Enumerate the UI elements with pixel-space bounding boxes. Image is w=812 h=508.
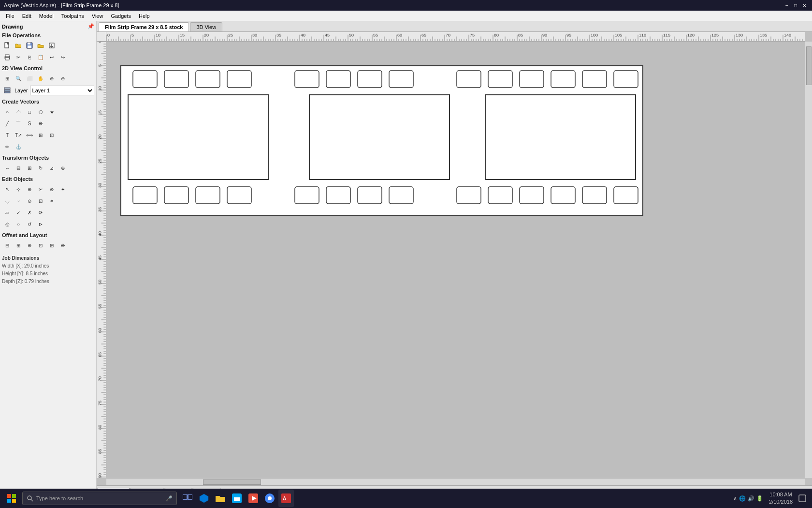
analyze-tool[interactable]: ⊳ xyxy=(35,219,46,229)
offset-sel-btn[interactable]: ⊞ xyxy=(13,240,24,251)
media-button[interactable] xyxy=(246,490,261,507)
complex-tool[interactable]: ❋ xyxy=(35,118,46,129)
dimension-tool[interactable]: ⟺ xyxy=(24,130,35,140)
menu-edit[interactable]: Edit xyxy=(18,12,35,20)
panel-pin-icon[interactable]: 📌 xyxy=(87,23,94,30)
open-folder-btn[interactable] xyxy=(35,40,46,51)
nesting-btn[interactable]: ❋ xyxy=(58,240,68,251)
taskview-button[interactable] xyxy=(180,490,195,507)
zoom-btn[interactable]: 🔍 xyxy=(13,73,24,84)
microphone-icon[interactable]: 🎤 xyxy=(166,495,173,502)
scrollbar-v[interactable] xyxy=(805,42,812,478)
dogbone-tool[interactable]: ⊙ xyxy=(24,195,35,206)
scrollbar-h[interactable] xyxy=(106,478,805,485)
pan-btn[interactable]: ✋ xyxy=(35,73,46,84)
menu-help[interactable]: Help xyxy=(135,12,154,20)
table-tool[interactable]: ⊞ xyxy=(35,130,46,140)
print-btn[interactable] xyxy=(2,52,13,62)
star-tool[interactable]: ★ xyxy=(46,106,57,117)
scrollbar-h-thumb[interactable] xyxy=(203,479,261,485)
menu-view[interactable]: View xyxy=(88,12,107,20)
paste-btn[interactable]: 📋 xyxy=(35,52,46,62)
loop-tool[interactable]: ⟳ xyxy=(35,207,46,218)
rect-tool[interactable]: □ xyxy=(24,106,35,117)
store-button[interactable] xyxy=(229,490,245,507)
tab-film-strip[interactable]: Film Strip Frame 29 x 8.5 stock xyxy=(99,22,189,31)
open-tool[interactable]: ○ xyxy=(13,219,24,229)
aspire-button[interactable]: A xyxy=(278,490,294,507)
menu-model[interactable]: Model xyxy=(35,12,58,20)
open-file-btn[interactable] xyxy=(13,40,24,51)
align-tool[interactable]: ⊕ xyxy=(58,163,68,173)
close-tool[interactable]: ◎ xyxy=(2,219,13,229)
scale-tool[interactable]: ⊿ xyxy=(46,163,57,173)
tray-up-icon[interactable]: ∧ xyxy=(733,495,737,502)
close-button[interactable]: ✕ xyxy=(800,1,808,9)
tile-btn[interactable]: ⊞ xyxy=(46,240,57,251)
volume-icon[interactable]: 🔊 xyxy=(748,495,754,502)
copy-btn[interactable]: ⎘ xyxy=(24,52,35,62)
polygon-tool[interactable]: ⬡ xyxy=(35,106,46,117)
pen-tool[interactable]: ✏ xyxy=(2,141,13,152)
circle-tool[interactable]: ○ xyxy=(2,106,13,117)
drawing-canvas-container[interactable] xyxy=(97,32,812,485)
reverse-tool[interactable]: ↺ xyxy=(24,219,35,229)
move-tool[interactable]: ↔ xyxy=(2,163,13,173)
redo-btn[interactable]: ↪ xyxy=(58,52,68,62)
search-placeholder: Type here to search xyxy=(36,495,83,501)
layer-select[interactable]: Layer 1 xyxy=(30,86,94,95)
start-button[interactable] xyxy=(2,490,21,507)
network-icon[interactable]: 🌐 xyxy=(739,495,746,502)
center-btn[interactable]: ⊕ xyxy=(24,240,35,251)
zoom-in-btn[interactable]: ⊕ xyxy=(46,73,57,84)
import-btn[interactable] xyxy=(46,40,57,51)
curve-fit-tool[interactable]: ⌓ xyxy=(2,207,13,218)
zoom-box-btn[interactable]: ⬜ xyxy=(24,73,35,84)
rotate-tool[interactable]: ↻ xyxy=(35,163,46,173)
cut-btn[interactable]: ✂ xyxy=(13,52,24,62)
add-node-tool[interactable]: ⊕ xyxy=(24,184,35,194)
undo-btn[interactable]: ↩ xyxy=(46,52,57,62)
check-x-tool[interactable]: ✗ xyxy=(24,207,35,218)
select-tool[interactable]: ↖ xyxy=(2,184,13,194)
line-tool[interactable]: ╱ xyxy=(2,118,13,129)
menu-toolpaths[interactable]: Toolpaths xyxy=(58,12,88,20)
arc-tool[interactable]: ◠ xyxy=(13,106,24,117)
explorer-button[interactable] xyxy=(196,490,212,507)
zoom-out-btn[interactable]: ⊖ xyxy=(58,73,68,84)
text-tool[interactable]: T xyxy=(2,130,13,140)
anchor-tool[interactable]: ⚓ xyxy=(13,141,24,152)
smooth-tool[interactable]: ⌣ xyxy=(13,195,24,206)
menu-gadgets[interactable]: Gadgets xyxy=(107,12,135,20)
s-curve-tool[interactable]: S xyxy=(24,118,35,129)
tab-3d-view[interactable]: 3D View xyxy=(190,22,222,31)
zoom-extents-btn[interactable]: ⊞ xyxy=(2,73,13,84)
mirror-h-tool[interactable]: ⊟ xyxy=(13,163,24,173)
weld-tool[interactable]: ⊗ xyxy=(46,184,57,194)
text-on-curve[interactable]: T↗ xyxy=(13,130,24,140)
chrome-button[interactable] xyxy=(262,490,277,507)
folder-button[interactable] xyxy=(213,490,228,507)
group-tool[interactable]: ⊡ xyxy=(46,130,57,140)
check-v-tool[interactable]: ✓ xyxy=(13,207,24,218)
boolean-tool[interactable]: ⊡ xyxy=(35,195,46,206)
maximize-button[interactable]: □ xyxy=(792,1,799,9)
fillet-tool[interactable]: ◡ xyxy=(2,195,13,206)
scrollbar-v-thumb[interactable] xyxy=(806,46,812,85)
file-ops-tools-2: ✂ ⎘ 📋 ↩ ↪ xyxy=(2,52,94,62)
spline-tool[interactable]: ⌒ xyxy=(13,118,24,129)
trim-tool[interactable]: ✂ xyxy=(35,184,46,194)
magic-wand[interactable]: ✦ xyxy=(58,184,68,194)
array-btn[interactable]: ⊡ xyxy=(35,240,46,251)
notifications-button[interactable] xyxy=(795,490,810,507)
drawing-surface[interactable] xyxy=(106,42,805,478)
offset-btn[interactable]: ⊟ xyxy=(2,240,13,251)
mirror-v-tool[interactable]: ⊞ xyxy=(24,163,35,173)
taskbar-search[interactable]: Type here to search 🎤 xyxy=(22,492,177,505)
node-edit-tool[interactable]: ⊹ xyxy=(13,184,24,194)
menu-file[interactable]: File xyxy=(2,12,18,20)
save-file-btn[interactable] xyxy=(24,40,35,51)
minimize-button[interactable]: − xyxy=(783,1,791,9)
join-tool[interactable]: ✶ xyxy=(46,195,57,206)
new-file-btn[interactable] xyxy=(2,40,13,51)
